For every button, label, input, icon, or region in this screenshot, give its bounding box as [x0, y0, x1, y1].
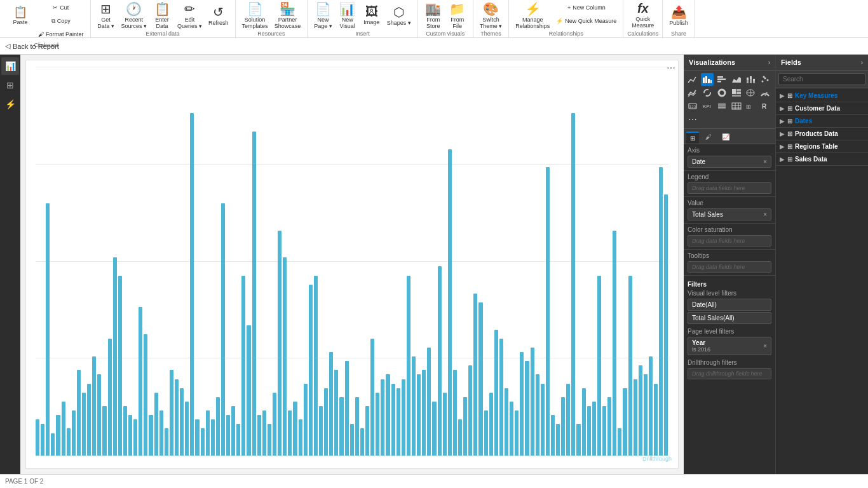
chart-bar[interactable]: [102, 406, 106, 456]
chart-bar[interactable]: [283, 257, 287, 456]
chart-bar[interactable]: [339, 397, 343, 456]
chart-bar[interactable]: [278, 231, 281, 456]
chart-bar[interactable]: [623, 388, 627, 456]
chart-bar[interactable]: [412, 356, 416, 456]
chart-bar[interactable]: [664, 194, 668, 456]
color-saturation-field[interactable]: Drag data fields here: [688, 235, 771, 247]
viz-card[interactable]: 123: [686, 100, 699, 112]
manage-relationships-button[interactable]: ⚡ ManageRelationships: [513, 1, 552, 29]
chart-bar[interactable]: [634, 379, 637, 456]
viz-slicer[interactable]: [715, 100, 728, 112]
chart-bar[interactable]: [644, 374, 648, 456]
chart-bar[interactable]: [531, 348, 534, 456]
chart-bar[interactable]: [299, 419, 302, 456]
chart-bar[interactable]: [51, 433, 55, 456]
chart-bar[interactable]: [334, 370, 338, 456]
chart-bar[interactable]: [36, 419, 39, 456]
shapes-button[interactable]: ⬡ Shapes ▾: [384, 1, 414, 29]
cut-button[interactable]: ✂ Cut: [36, 1, 86, 14]
new-page-button[interactable]: 📄 NewPage ▾: [311, 1, 335, 29]
field-group-products-data-header[interactable]: ▶ ⊞ Products Data: [776, 128, 868, 140]
field-group-customer-data-header[interactable]: ▶ ⊞ Customer Data: [776, 102, 868, 114]
chart-bar[interactable]: [561, 397, 565, 456]
chart-bar[interactable]: [525, 361, 529, 456]
switch-theme-button[interactable]: 🎨 SwitchTheme ▾: [477, 1, 505, 29]
chart-bar[interactable]: [92, 356, 96, 456]
chart-bar[interactable]: [293, 402, 297, 456]
chart-bar[interactable]: [397, 388, 400, 456]
chart-bar[interactable]: [236, 424, 240, 456]
chart-bar[interactable]: [257, 415, 261, 456]
chart-bar[interactable]: [432, 402, 436, 456]
chart-bar[interactable]: [97, 374, 101, 456]
chart-bar[interactable]: [139, 307, 142, 456]
tooltips-field[interactable]: Drag data fields here: [688, 261, 771, 273]
field-group-key-measures-header[interactable]: ▶ ⊞ Key Measures: [776, 90, 868, 102]
copy-button[interactable]: ⧉ Copy: [36, 15, 86, 27]
chart-bar[interactable]: [41, 424, 44, 456]
chart-bar[interactable]: [536, 374, 539, 456]
get-data-button[interactable]: ⊞ GetData ▾: [95, 1, 118, 29]
chart-bar[interactable]: [453, 370, 457, 456]
chart-bar[interactable]: [520, 352, 524, 456]
chart-bar[interactable]: [252, 132, 256, 456]
image-button[interactable]: 🖼 Image: [360, 1, 383, 29]
chart-bar[interactable]: [262, 410, 266, 456]
chart-bar[interactable]: [473, 294, 477, 456]
chart-bar[interactable]: [241, 276, 245, 456]
chart-bar[interactable]: [468, 365, 472, 456]
chart-bar[interactable]: [268, 424, 271, 456]
chart-bar[interactable]: [62, 402, 65, 456]
filter-total-sales-all[interactable]: Total Sales(All): [688, 312, 771, 324]
chart-bar[interactable]: [355, 397, 359, 456]
chart-bar[interactable]: [551, 415, 555, 456]
chart-bar[interactable]: [211, 419, 215, 456]
chart-bar[interactable]: [494, 330, 498, 456]
chart-bar[interactable]: [154, 393, 158, 456]
value-field[interactable]: Total Sales ×: [688, 208, 771, 220]
drillthrough-drag-field[interactable]: Drag drillthrough fields here: [688, 368, 771, 379]
chart-bar[interactable]: [458, 419, 462, 456]
chart-bar[interactable]: [221, 203, 225, 456]
chart-bar[interactable]: [113, 257, 117, 456]
chart-bar[interactable]: [324, 388, 328, 456]
chart-bar[interactable]: [402, 379, 405, 456]
chart-bar[interactable]: [427, 348, 431, 456]
partner-showcase-button[interactable]: 🏪 PartnerShowcase: [272, 1, 304, 29]
field-group-dates-header[interactable]: ▶ ⊞ Dates: [776, 115, 868, 127]
chart-bar[interactable]: [571, 113, 575, 456]
viz-line-area[interactable]: [686, 86, 699, 99]
chart-bar[interactable]: [659, 167, 663, 456]
chart-bar[interactable]: [370, 339, 374, 456]
new-visual-button[interactable]: 📊 NewVisual: [336, 1, 359, 29]
chart-bar[interactable]: [422, 370, 426, 456]
viz-bar-chart-horizontal[interactable]: [715, 73, 728, 86]
chart-bar[interactable]: [128, 415, 132, 456]
chart-bar[interactable]: [309, 285, 313, 456]
chart-bar[interactable]: [556, 424, 560, 456]
chart-bar[interactable]: [510, 402, 513, 456]
chart-bar[interactable]: [82, 393, 86, 456]
viz-matrix[interactable]: ⊞: [744, 100, 757, 112]
chart-bar[interactable]: [654, 384, 658, 456]
chart-bar[interactable]: [448, 149, 452, 456]
chart-bar[interactable]: [360, 428, 364, 456]
chart-bar[interactable]: [582, 388, 586, 456]
viz-map[interactable]: [744, 86, 757, 99]
chart-bar[interactable]: [190, 113, 194, 456]
viz-table[interactable]: [730, 100, 743, 112]
recent-sources-button[interactable]: 🕐 RecentSources ▾: [119, 1, 150, 29]
chart-bar[interactable]: [618, 428, 621, 456]
chart-bar[interactable]: [546, 167, 550, 456]
viz-bar-chart-vertical[interactable]: [701, 73, 714, 86]
chart-bar[interactable]: [165, 428, 168, 456]
chart-bar[interactable]: [417, 374, 421, 456]
chart-bar[interactable]: [175, 379, 179, 456]
back-to-report-button[interactable]: ◁ Back to Report: [5, 42, 59, 50]
edit-queries-button[interactable]: ✏ EditQueries ▾: [175, 1, 205, 29]
chart-bar[interactable]: [67, 428, 71, 456]
chart-bar[interactable]: [319, 406, 323, 456]
chart-bar[interactable]: [226, 415, 230, 456]
chart-bar[interactable]: [478, 302, 482, 456]
chart-bar[interactable]: [597, 276, 601, 456]
